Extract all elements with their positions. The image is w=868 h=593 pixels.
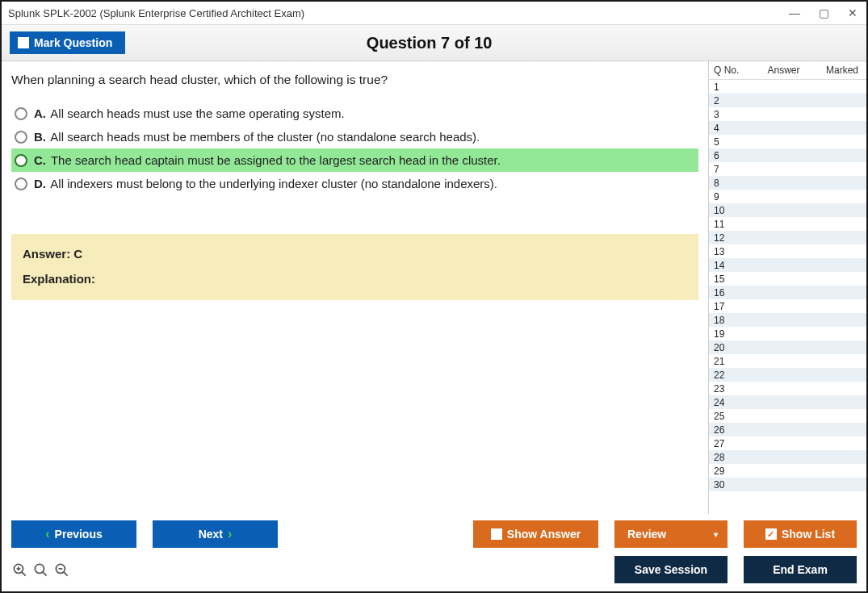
explanation-label: Explanation: (23, 272, 687, 286)
title-bar: Splunk SPLK-2002 (Splunk Enterprise Cert… (2, 2, 866, 24)
chevron-down-icon: ▾ (714, 530, 718, 539)
list-item[interactable]: 13 (709, 244, 866, 258)
list-item[interactable]: 8 (709, 176, 866, 190)
option-text: C. The search head captain must be assig… (34, 153, 501, 167)
list-item[interactable]: 18 (709, 313, 866, 327)
question-list-header: Q No. Answer Marked (709, 61, 866, 79)
row-number: 3 (714, 109, 749, 120)
chevron-left-icon: ‹ (45, 527, 49, 541)
options-list: A. All search heads must use the same op… (11, 102, 698, 195)
row-number: 6 (714, 150, 749, 161)
list-item[interactable]: 14 (709, 258, 866, 272)
row-number: 26 (714, 424, 749, 436)
row-number: 4 (714, 123, 749, 134)
list-item[interactable]: 26 (709, 423, 866, 436)
show-answer-label: Show Answer (507, 528, 581, 541)
minimize-icon[interactable]: — (787, 6, 802, 19)
list-item[interactable]: 9 (709, 190, 866, 203)
list-item[interactable]: 12 (709, 231, 866, 244)
option-text: A. All search heads must use the same op… (34, 106, 345, 120)
list-item[interactable]: 16 (709, 286, 866, 299)
list-item[interactable]: 21 (709, 354, 866, 368)
question-list[interactable]: 1234567891011121314151617181920212223242… (709, 79, 866, 514)
row-number: 19 (714, 328, 749, 340)
row-number: 25 (714, 411, 749, 422)
close-icon[interactable]: ✕ (845, 6, 860, 19)
zoom-in-icon[interactable] (11, 562, 27, 578)
option-text: B. All search heads must be members of t… (34, 130, 480, 144)
radio-icon (15, 177, 27, 190)
row-number: 28 (714, 452, 749, 463)
list-item[interactable]: 1 (709, 80, 866, 94)
zoom-out-icon[interactable] (53, 562, 69, 578)
row-number: 8 (714, 177, 749, 189)
list-item[interactable]: 30 (709, 478, 866, 491)
list-item[interactable]: 28 (709, 450, 866, 464)
list-item[interactable]: 4 (709, 121, 866, 135)
list-item[interactable]: 3 (709, 107, 866, 121)
zoom-controls (11, 562, 69, 578)
list-item[interactable]: 11 (709, 217, 866, 231)
list-item[interactable]: 17 (709, 299, 866, 313)
option-a[interactable]: A. All search heads must use the same op… (11, 102, 698, 125)
window-title: Splunk SPLK-2002 (Splunk Enterprise Cert… (8, 7, 787, 19)
col-qno: Q No. (714, 65, 749, 76)
row-number: 17 (714, 301, 749, 312)
row-number: 24 (714, 397, 749, 408)
save-session-button[interactable]: Save Session (614, 556, 728, 583)
row-number: 23 (714, 383, 749, 395)
row-number: 21 (714, 356, 749, 367)
end-exam-button[interactable]: End Exam (744, 556, 857, 583)
zoom-reset-icon[interactable] (32, 562, 48, 578)
row-number: 20 (714, 342, 749, 353)
svg-point-4 (35, 564, 44, 573)
option-c[interactable]: C. The search head captain must be assig… (11, 148, 698, 172)
next-label: Next (199, 528, 223, 541)
top-header: Mark Question Question 7 of 10 (2, 24, 866, 61)
show-list-button[interactable]: ✓ Show List (744, 520, 857, 548)
list-item[interactable]: 23 (709, 382, 866, 395)
list-item[interactable]: 5 (709, 135, 866, 148)
list-item[interactable]: 20 (709, 340, 866, 354)
option-b[interactable]: B. All search heads must be members of t… (11, 125, 698, 148)
list-item[interactable]: 10 (709, 203, 866, 217)
window-controls: — ▢ ✕ (787, 6, 860, 19)
list-item[interactable]: 24 (709, 395, 866, 409)
row-number: 22 (714, 370, 749, 381)
row-number: 14 (714, 260, 749, 271)
question-number-title: Question 7 of 10 (125, 34, 733, 52)
row-number: 11 (714, 219, 749, 230)
list-item[interactable]: 25 (709, 409, 866, 423)
row-number: 27 (714, 438, 749, 449)
row-number: 30 (714, 479, 749, 491)
option-d[interactable]: D. All indexers must belong to the under… (11, 172, 698, 195)
svg-line-5 (42, 571, 46, 575)
checkbox-icon (18, 37, 29, 48)
review-button[interactable]: Review ▾ (614, 520, 728, 548)
maximize-icon[interactable]: ▢ (816, 6, 831, 19)
row-number: 2 (714, 95, 749, 106)
list-item[interactable]: 15 (709, 272, 866, 286)
list-item[interactable]: 29 (709, 464, 866, 478)
list-item[interactable]: 22 (709, 368, 866, 382)
chevron-right-icon: › (228, 527, 232, 541)
list-item[interactable]: 7 (709, 162, 866, 176)
next-button[interactable]: Next › (153, 520, 278, 548)
row-number: 13 (714, 246, 749, 257)
mark-question-button[interactable]: Mark Question (10, 31, 125, 54)
list-item[interactable]: 27 (709, 436, 866, 450)
previous-button[interactable]: ‹ Previous (11, 520, 136, 548)
button-row-1: ‹ Previous Next › Show Answer Review ▾ ✓… (11, 520, 857, 548)
col-answer: Answer (749, 65, 818, 76)
list-item[interactable]: 2 (709, 94, 866, 107)
previous-label: Previous (55, 528, 103, 541)
button-row-2: Save Session End Exam (11, 556, 857, 583)
show-list-label: Show List (782, 528, 835, 541)
row-number: 9 (714, 191, 749, 203)
row-number: 12 (714, 232, 749, 244)
bottom-bar: ‹ Previous Next › Show Answer Review ▾ ✓… (2, 514, 866, 591)
row-number: 5 (714, 136, 749, 148)
list-item[interactable]: 6 (709, 148, 866, 162)
list-item[interactable]: 19 (709, 327, 866, 340)
show-answer-button[interactable]: Show Answer (473, 520, 598, 548)
